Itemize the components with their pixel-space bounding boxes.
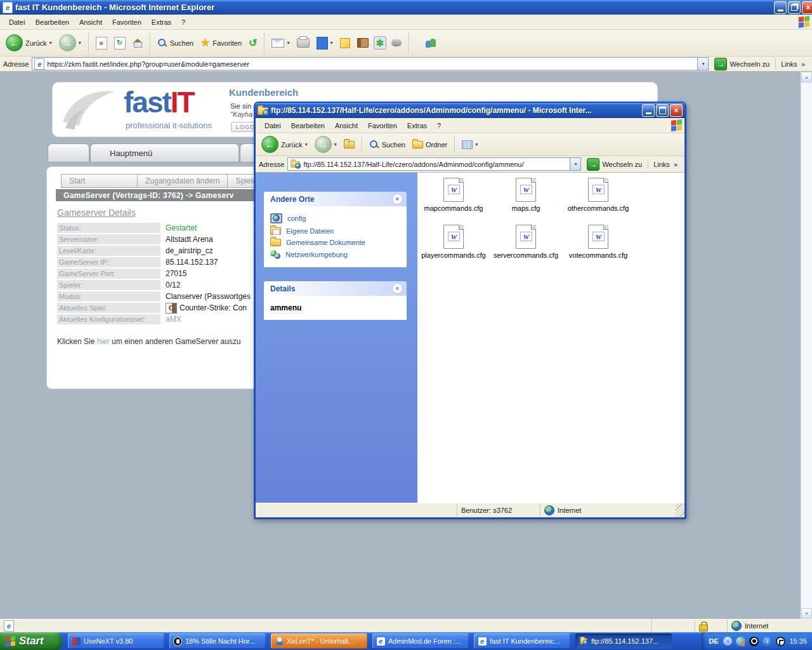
address-input[interactable]: e https://zkm.fastit.net/index.php?group… xyxy=(32,57,698,70)
book-icon xyxy=(357,38,369,48)
ie-page-icon: e xyxy=(34,58,44,70)
file-item[interactable]: W othercommands.cfg xyxy=(562,176,634,223)
ftp-titlebar[interactable]: ftp://85.114.152.137/Half-Life/czero/add… xyxy=(255,103,685,118)
links-chevron-icon: » xyxy=(674,161,678,168)
minimize-button[interactable] xyxy=(774,1,787,14)
stop-button[interactable]: × xyxy=(94,36,109,51)
hier-link[interactable]: hier xyxy=(97,337,110,346)
back-button[interactable]: ← Zurück ▾ xyxy=(259,135,310,154)
place-netzwerkumgebung[interactable]: Netzwerkumgebung xyxy=(264,248,407,261)
history-button[interactable]: ↺ xyxy=(247,37,259,50)
start-button[interactable]: Start xyxy=(0,632,62,650)
forward-button[interactable]: → ▾ xyxy=(313,135,339,154)
close-button[interactable]: × xyxy=(670,104,683,117)
place-eigene-dateien[interactable]: Eigene Dateien xyxy=(264,225,407,237)
taskbar-button-adminmod[interactable]: e AdminMod.de Foren :... xyxy=(372,633,469,649)
search-button[interactable]: Suchen xyxy=(155,37,195,50)
file-item[interactable]: W mapcommands.cfg xyxy=(417,176,490,223)
messenger-button[interactable] xyxy=(423,37,438,50)
links-bar[interactable]: Links » xyxy=(648,159,681,169)
menu-bearbeiten[interactable]: Bearbeiten xyxy=(30,16,74,29)
menu-hilfe[interactable]: ? xyxy=(432,119,446,132)
section-title: Gameserver Details xyxy=(57,208,136,218)
menu-datei[interactable]: Datei xyxy=(259,119,286,132)
nav-tab-blank-left[interactable] xyxy=(48,143,89,162)
collapse-chevron-icon[interactable]: « xyxy=(392,194,403,204)
steam-tray-icon[interactable] xyxy=(749,637,759,646)
folders-button[interactable]: Ordner xyxy=(410,140,449,150)
icq-tray-icon[interactable]: i xyxy=(763,637,772,646)
address-input[interactable]: ftp://85.114.152.137/Half-Life/czero/add… xyxy=(287,157,570,171)
forward-button[interactable]: → ▾ xyxy=(57,33,83,53)
nav-tab-hauptmenu[interactable]: Hauptmenü xyxy=(90,143,239,162)
file-item[interactable]: W votecommands.cfg xyxy=(562,223,634,270)
ftp-status-bar: Benutzer: s3762 Internet xyxy=(256,503,684,517)
resize-grip[interactable] xyxy=(676,503,684,517)
favorites-button[interactable]: ★ Favoriten xyxy=(199,36,244,50)
scroll-up-button[interactable]: ▲ xyxy=(801,72,812,83)
taskbar-button-xelent[interactable]: XeLenT* - Unterhalt... xyxy=(271,633,367,649)
menu-favoriten[interactable]: Favoriten xyxy=(363,119,402,132)
menu-hilfe[interactable]: ? xyxy=(176,16,190,29)
home-button[interactable] xyxy=(131,37,145,49)
icq-button[interactable]: ✽ xyxy=(374,36,387,50)
taskbar-button-stille-nacht[interactable]: 18% Stille Nacht Hor... xyxy=(169,633,266,649)
edit-button[interactable]: ▾ xyxy=(315,36,335,51)
place-gemeinsame-dokumente[interactable]: Gemeinsame Dokumente xyxy=(264,237,407,248)
tab-start[interactable]: Start xyxy=(61,174,138,188)
main-window-title: fast IT Kundenbereich - Microsoft Intern… xyxy=(15,3,771,12)
collapse-chevron-icon[interactable]: « xyxy=(392,283,403,294)
maximize-button[interactable] xyxy=(656,104,669,117)
place-config[interactable]: config xyxy=(264,211,407,225)
taskbar-button-fastit[interactable]: e fast IT Kundenbereic... xyxy=(474,633,570,649)
go-button[interactable]: → Wechseln zu xyxy=(584,157,645,171)
links-bar[interactable]: Links » xyxy=(775,59,809,69)
restore-button[interactable] xyxy=(788,1,801,14)
file-list[interactable]: W mapcommands.cfg W maps.cfg W othercomm… xyxy=(417,173,684,503)
mail-button[interactable]: ▾ xyxy=(270,37,291,49)
menu-extras[interactable]: Extras xyxy=(402,119,432,132)
back-button[interactable]: ← Zurück ▾ xyxy=(4,33,54,53)
menu-favoriten[interactable]: Favoriten xyxy=(107,16,147,29)
close-button[interactable]: × xyxy=(802,1,812,14)
document-tray-icon[interactable] xyxy=(776,637,785,646)
menu-ansicht[interactable]: Ansicht xyxy=(330,119,363,132)
chat-button[interactable] xyxy=(390,38,403,48)
views-button[interactable]: ▾ xyxy=(460,139,480,150)
menu-bearbeiten[interactable]: Bearbeiten xyxy=(286,119,330,132)
taskbar-button-usenext[interactable]: UseNeXT v3.80 xyxy=(68,633,164,649)
language-indicator[interactable]: DE xyxy=(709,637,718,645)
minimize-button[interactable] xyxy=(642,104,655,117)
ftp-window-title: ftp://85.114.152.137/Half-Life/czero/add… xyxy=(271,106,639,115)
research-button[interactable] xyxy=(355,37,370,49)
scroll-down-button[interactable]: ▼ xyxy=(801,608,812,619)
tray-collapse-chevron-icon[interactable]: ‹ xyxy=(723,637,732,646)
tab-zugangsdaten[interactable]: Zugangsdaten ändern xyxy=(137,174,228,188)
main-window-titlebar: e fast IT Kundenbereich - Microsoft Inte… xyxy=(0,0,812,15)
file-item[interactable]: W maps.cfg xyxy=(490,176,562,223)
discuss-button[interactable] xyxy=(338,37,352,50)
print-button[interactable] xyxy=(295,37,311,49)
go-button[interactable]: → Wechseln zu xyxy=(712,57,772,71)
menu-ansicht[interactable]: Ansicht xyxy=(74,16,107,29)
search-button[interactable]: Suchen xyxy=(367,138,407,151)
details-header[interactable]: Details « xyxy=(264,281,407,296)
file-item[interactable]: W playercommands.cfg xyxy=(417,223,490,270)
clock[interactable]: 15:35 xyxy=(789,637,807,645)
menu-datei[interactable]: Datei xyxy=(4,16,30,29)
other-places-panel: Andere Orte « config Eigene Dateien Geme… xyxy=(264,192,407,267)
other-places-header[interactable]: Andere Orte « xyxy=(264,192,407,206)
vertical-scrollbar[interactable]: ▲ ▼ xyxy=(801,72,812,619)
fastit-logo: fastIT xyxy=(124,88,194,117)
up-button[interactable]: ↑ xyxy=(342,140,357,150)
word-document-icon: W xyxy=(516,178,536,202)
address-dropdown[interactable]: ▾ xyxy=(570,157,581,171)
file-item[interactable]: W servercommands.cfg xyxy=(490,223,562,270)
messenger-tray-icon[interactable] xyxy=(736,637,745,646)
ftp-folder-icon xyxy=(258,107,268,115)
refresh-button[interactable]: ↻ xyxy=(112,36,128,51)
ftp-folder-icon xyxy=(580,638,587,644)
menu-extras[interactable]: Extras xyxy=(147,16,176,29)
address-dropdown[interactable]: ▾ xyxy=(698,57,709,70)
taskbar-button-ftp[interactable]: ftp://85.114.152.137... xyxy=(575,633,672,649)
